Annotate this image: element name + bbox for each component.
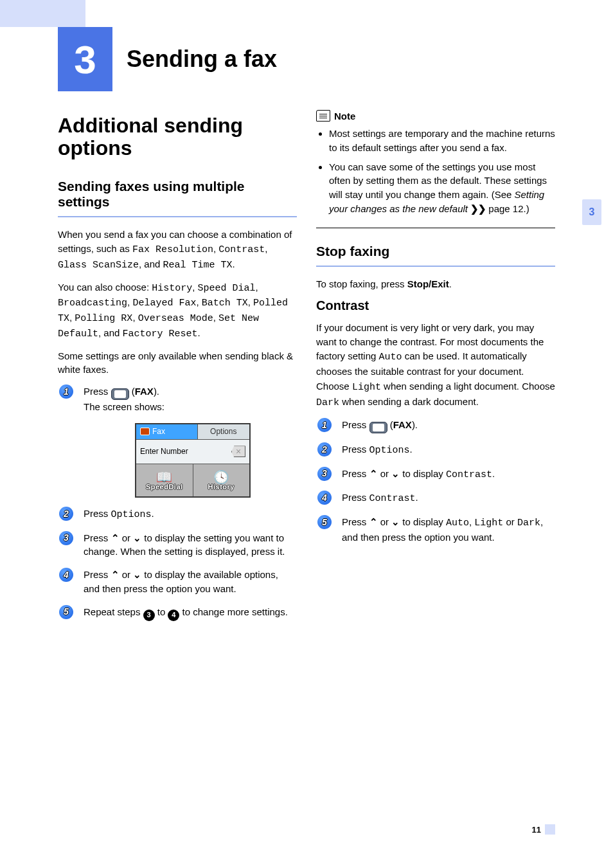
fax-key-icon	[111, 388, 129, 400]
step: 3 Press ⌃ or ⌄ to display the setting yo…	[58, 531, 297, 559]
step: 4 Press Contrast.	[316, 491, 555, 506]
step-badge-icon: 2	[317, 442, 332, 457]
section-h2: Sending faxes using multiple settings	[58, 179, 297, 217]
arrow-up-icon: ⌃	[369, 468, 378, 479]
paragraph: Choose Light when sending a light docume…	[316, 379, 555, 410]
note-item: Most settings are temporary and the mach…	[329, 127, 555, 155]
step: 5 Repeat steps 3 to 4 to change more set…	[58, 605, 297, 621]
side-chapter-tab: 3	[582, 199, 601, 225]
note-item: You can save some of the settings you us…	[329, 160, 555, 216]
step: 5 Press ⌃ or ⌄ to display Auto, Light or…	[316, 515, 555, 545]
book-icon: 📖	[156, 468, 172, 482]
section-h3: Contrast	[316, 298, 555, 313]
arrow-up-icon: ⌃	[111, 569, 120, 580]
backspace-icon: ×	[231, 446, 245, 457]
step-badge-icon: 4	[317, 491, 332, 505]
clock-icon: 🕓	[213, 468, 229, 482]
fax-tab-icon	[140, 428, 150, 435]
page-number: 11	[532, 824, 555, 835]
arrow-up-icon: ⌃	[111, 532, 120, 543]
note-label: Note	[334, 111, 355, 122]
arrow-up-icon: ⌃	[369, 516, 378, 527]
note-icon	[316, 110, 330, 122]
arrow-down-icon: ⌄	[391, 516, 400, 527]
step-badge-icon: 1	[59, 384, 73, 399]
paragraph: Some settings are only available when se…	[58, 349, 297, 377]
paragraph: If your document is very light or very d…	[316, 321, 555, 378]
step-list: 1 Press (FAX). The screen shows: Fax Opt…	[58, 384, 297, 620]
step-ref-icon: 3	[143, 610, 155, 621]
fax-key-icon	[369, 422, 387, 433]
step-list: 1 Press (FAX). 2 Press Options. 3 Press …	[316, 418, 555, 545]
step-badge-icon: 5	[317, 515, 332, 529]
section-h2: Stop faxing	[316, 244, 555, 267]
arrow-down-icon: ⌄	[133, 569, 141, 580]
section-h1: Additional sending options	[58, 114, 297, 159]
step: 4 Press ⌃ or ⌄ to display the available …	[58, 568, 297, 596]
step-badge-icon: 2	[59, 507, 73, 521]
step-badge-icon: 5	[59, 605, 73, 619]
paragraph: To stop faxing, press Stop/Exit.	[316, 277, 555, 291]
note-box: Note Most settings are temporary and the…	[316, 114, 555, 228]
step-subtext: The screen shows:	[84, 400, 297, 414]
paragraph: You can also choose: History, Speed Dial…	[58, 280, 297, 341]
lcd-screenshot: Fax Options Enter Number × 📖 SpeedDial	[135, 423, 251, 498]
screen-btn-history: History	[208, 482, 235, 493]
step: 1 Press (FAX).	[316, 418, 555, 433]
step-ref-icon: 4	[168, 610, 179, 621]
arrow-down-icon: ⌄	[133, 532, 141, 543]
step-badge-icon: 3	[59, 531, 73, 545]
paragraph: When you send a fax you can choose a com…	[58, 228, 297, 272]
step: 1 Press (FAX). The screen shows: Fax Opt…	[58, 384, 297, 498]
left-column: Additional sending options Sending faxes…	[58, 114, 297, 630]
step-badge-icon: 1	[317, 418, 332, 432]
arrow-down-icon: ⌄	[391, 468, 400, 479]
screen-btn-speeddial: SpeedDial	[146, 482, 183, 493]
step-badge-icon: 3	[317, 467, 332, 481]
chapter-title: Sending a fax	[112, 46, 277, 73]
chapter-heading: 3 Sending a fax	[58, 27, 555, 91]
step: 2 Press Options.	[58, 507, 297, 522]
screen-prompt: Enter Number	[140, 446, 188, 457]
step: 3 Press ⌃ or ⌄ to display Contrast.	[316, 467, 555, 482]
chapter-number: 3	[58, 27, 112, 91]
step-badge-icon: 4	[59, 568, 73, 582]
screen-tab-fax: Fax	[152, 426, 165, 437]
right-column: Note Most settings are temporary and the…	[316, 114, 555, 630]
step: 2 Press Options.	[316, 442, 555, 458]
screen-tab-options: Options	[197, 424, 249, 440]
